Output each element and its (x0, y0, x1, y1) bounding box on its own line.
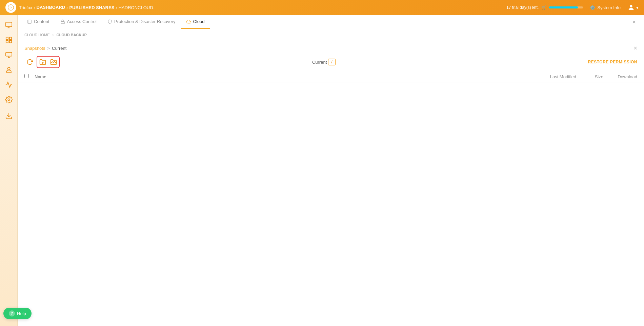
table-body (18, 82, 644, 184)
svg-rect-18 (61, 21, 64, 23)
svg-point-13 (7, 67, 10, 70)
col-size-header: Size (576, 74, 603, 79)
snapshots-link[interactable]: Snapshots (24, 46, 45, 51)
tab-close-button[interactable]: × (628, 16, 640, 28)
current-path-text: Current (312, 60, 327, 65)
breadcrumb-hadroncloud: HADRONCLOUD- (119, 5, 155, 10)
page-breadcrumb: CLOUD HOME › CLOUD BACKUP (18, 29, 644, 41)
trial-info: 17 trial day(s) left. 🛒 (506, 5, 583, 10)
svg-rect-6 (6, 37, 8, 39)
breadcrumb-cloud-home[interactable]: CLOUD HOME (24, 33, 50, 37)
trial-text: 17 trial day(s) left. (506, 5, 539, 10)
snapshot-toolbar: Current / RESTORE PERMISSION (18, 54, 644, 71)
breadcrumb-published-shares[interactable]: PUBLISHED SHARES (69, 5, 114, 10)
user-avatar[interactable]: ▾ (627, 4, 639, 11)
trial-progress-bar (549, 6, 583, 8)
tab-content[interactable]: Content (22, 15, 55, 29)
tab-access-control-label: Access Control (67, 19, 97, 24)
sidebar-item-user[interactable] (3, 64, 15, 76)
system-info-label: System Info (597, 5, 621, 10)
app-layout: Content Access Control Protection & Disa… (0, 15, 644, 326)
top-breadcrumb: Triofox › DASHBOARD › PUBLISHED SHARES ›… (19, 5, 155, 10)
sidebar-item-download[interactable] (3, 110, 15, 122)
snapshots-current-label: Current (52, 46, 66, 51)
tab-cloud-label: Cloud (193, 19, 205, 24)
breadcrumb-sep-1: › (34, 5, 35, 10)
help-label: Help (17, 311, 26, 316)
current-path-area: Current / (312, 59, 336, 65)
breadcrumb-cloud-backup: CLOUD BACKUP (57, 33, 87, 37)
help-icon: ? (9, 310, 15, 317)
tab-protection-label: Protection & Disaster Recovery (114, 19, 176, 24)
top-navigation: Triofox › DASHBOARD › PUBLISHED SHARES ›… (0, 0, 644, 15)
breadcrumb-sep-3: › (116, 5, 117, 10)
help-button[interactable]: ? Help (3, 308, 32, 319)
col-download-header: Download (603, 74, 637, 79)
col-name-header: Name (35, 74, 529, 79)
breadcrumb-triofox: Triofox (19, 5, 32, 10)
select-all-checkbox[interactable] (24, 74, 29, 78)
snapshots-header: Snapshots > Current × (18, 41, 644, 54)
snapshots-section: Snapshots > Current × (18, 41, 644, 326)
snapshots-sep: > (47, 46, 50, 51)
sidebar-item-analytics[interactable] (3, 79, 15, 91)
sidebar-item-grid[interactable] (3, 34, 15, 46)
tab-cloud[interactable]: Cloud (181, 15, 210, 29)
system-info-area[interactable]: ⚙️ System Info (590, 5, 621, 10)
snapshots-breadcrumb: Snapshots > Current (24, 46, 66, 51)
trial-progress-fill (549, 6, 578, 8)
nav-right: 17 trial day(s) left. 🛒 ⚙️ System Info ▾ (506, 4, 639, 11)
breadcrumb-arrow: › (53, 33, 54, 37)
sidebar-item-desktop[interactable] (3, 19, 15, 31)
svg-rect-16 (28, 20, 32, 23)
col-modified-header: Last Modified (529, 74, 576, 79)
svg-point-1 (10, 7, 12, 8)
sidebar (0, 15, 18, 326)
cart-icon[interactable]: 🛒 (541, 5, 546, 10)
col-checkbox[interactable] (24, 74, 35, 79)
path-badge: / (328, 59, 335, 65)
restore-folder-button[interactable] (37, 57, 48, 67)
sidebar-item-monitor[interactable] (3, 49, 15, 61)
refresh-button[interactable] (24, 57, 35, 67)
breadcrumb-dashboard[interactable]: DASHBOARD (37, 5, 65, 10)
logo-area[interactable]: Triofox › DASHBOARD › PUBLISHED SHARES ›… (5, 2, 155, 13)
svg-rect-9 (9, 41, 11, 43)
svg-rect-3 (5, 22, 12, 27)
snapshots-close-button[interactable]: × (633, 45, 637, 51)
tab-content-label: Content (34, 19, 49, 24)
content-area: Content Access Control Protection & Disa… (18, 15, 644, 326)
table-header: Name Last Modified Size Download (18, 71, 644, 82)
user-dropdown-icon: ▾ (636, 5, 639, 10)
svg-point-14 (8, 99, 10, 101)
sidebar-item-settings[interactable] (3, 94, 15, 106)
breadcrumb-sep-2: › (66, 5, 68, 10)
help-icon-symbol: ? (11, 311, 13, 316)
logo-icon (5, 2, 16, 13)
svg-rect-7 (9, 37, 11, 39)
toolbar-action-group (37, 56, 60, 68)
tab-access-control[interactable]: Access Control (55, 15, 102, 29)
folder-restore-action-button[interactable] (48, 57, 59, 67)
gear-icon: ⚙️ (590, 5, 595, 10)
svg-rect-8 (6, 41, 8, 43)
tabs-bar: Content Access Control Protection & Disa… (18, 15, 644, 29)
svg-point-2 (630, 5, 632, 7)
svg-rect-10 (5, 53, 12, 56)
tab-protection[interactable]: Protection & Disaster Recovery (102, 15, 181, 29)
restore-permission-button[interactable]: RESTORE PERMISSION (588, 60, 637, 64)
